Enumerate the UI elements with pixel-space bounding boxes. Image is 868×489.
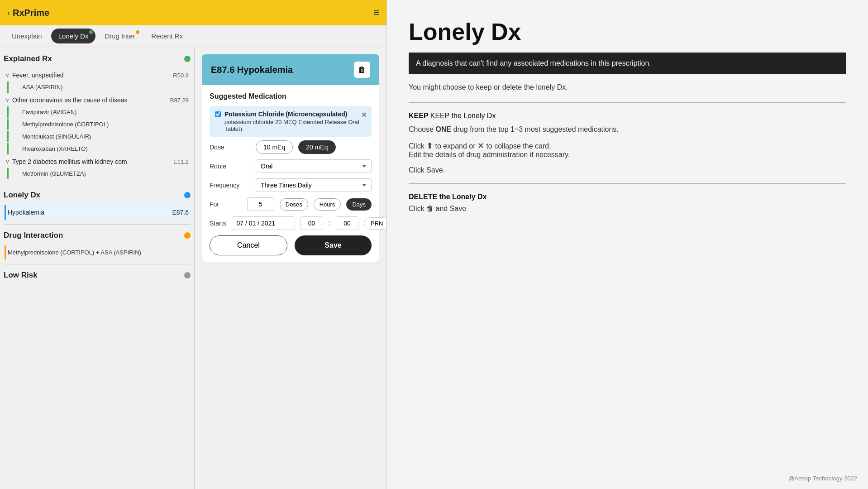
medication-details: Potassium Chloride (Microencapsulated) p…: [224, 110, 366, 132]
dose-label: Dose: [210, 144, 250, 151]
med-checkbox[interactable]: [215, 111, 221, 117]
drug-montelukast: Montelukast (SINGULAIR): [7, 131, 191, 142]
divider-2: [409, 183, 846, 184]
delete-dx-button[interactable]: 🗑: [354, 62, 370, 78]
starts-label: Starts: [210, 220, 226, 227]
lonely-dx-section-header: Lonely Dx: [4, 189, 191, 201]
title-bar: › RxPrime ≡: [0, 0, 386, 25]
explained-rx-dot: [184, 56, 191, 62]
suggested-title: Suggested Medication: [210, 92, 372, 101]
tab-recent-rx[interactable]: Recent Rx: [144, 29, 190, 43]
keep-step-1: Choose ONE drug from the top 1~3 most su…: [409, 125, 846, 134]
explained-rx-title: Explained Rx: [4, 54, 52, 63]
drug-metformin: Metformin (GLUMETZA): [7, 168, 191, 179]
dose-row: Dose 10 mEq 20 mEq: [210, 140, 372, 154]
time-separator: :: [329, 219, 330, 227]
keep-heading: KEEP KEEP the Lonely Dx: [409, 112, 846, 120]
diagnosis-coronavirus-name: Other coronavirus as the cause of diseas: [12, 96, 127, 104]
hypokalemia-name: Hypokalemia: [8, 209, 44, 216]
help-description: You might choose to keep or delete the l…: [409, 83, 846, 91]
keep-step-3: Click Save.: [409, 166, 846, 174]
med-close-icon[interactable]: ✕: [361, 110, 367, 119]
help-highlight: A diagnosis that can't find any associat…: [409, 53, 846, 74]
divider-1: [409, 102, 846, 103]
diagnosis-diabetes-name: Type 2 diabetes mellitus with kidney com: [12, 158, 127, 165]
drug-interaction-header: Drug Interaction: [4, 229, 191, 242]
sidebar: Explained Rx ∨ Fever, unspecified R50.9 …: [0, 47, 195, 489]
frequency-label: Frequency: [210, 182, 250, 189]
frequency-row: Frequency Three Times Daily: [210, 178, 372, 192]
diagnosis-diabetes-code: E11.2: [173, 158, 189, 165]
cancel-button[interactable]: Cancel: [210, 235, 287, 255]
chevron-down-icon-3: ∨: [5, 158, 10, 165]
title-bar-left: › RxPrime: [7, 8, 49, 18]
doses-button[interactable]: Doses: [280, 198, 308, 211]
diagnosis-fever[interactable]: ∨ Fever, unspecified R50.9: [4, 69, 191, 82]
explained-rx-header: Explained Rx: [4, 53, 191, 65]
keep-steps: Choose ONE drug from the top 1~3 most su…: [409, 125, 846, 174]
footer-credit: @Aesop Technology 2022: [788, 475, 857, 482]
diagnosis-fever-code: R50.9: [173, 72, 189, 79]
prn-button[interactable]: PRN: [364, 217, 386, 230]
low-risk-dot: [184, 272, 191, 278]
diagnosis-coronavirus[interactable]: ∨ Other coronavirus as the cause of dise…: [4, 94, 191, 106]
low-risk-header: Low Risk: [4, 269, 191, 282]
route-label: Route: [210, 163, 250, 170]
chevron-down-icon-2: ∨: [5, 97, 10, 103]
for-row: For Doses Hours Days: [210, 197, 372, 211]
chevron-down-icon: ∨: [5, 72, 10, 78]
hours-button[interactable]: Hours: [314, 198, 341, 211]
chevron-right-icon[interactable]: ›: [7, 8, 10, 18]
save-button[interactable]: Save: [295, 235, 372, 255]
help-title: Lonely Dx: [409, 18, 846, 45]
med-name: Potassium Chloride (Microencapsulated): [224, 110, 366, 118]
lonely-dx-dot: [184, 192, 191, 198]
card-actions: Cancel Save: [210, 235, 372, 255]
route-row: Route Oral: [210, 159, 372, 173]
med-detail: potassium chloride 20 MEQ Extended Relea…: [224, 119, 366, 132]
delete-heading: DELETE the Lonely Dx: [409, 193, 846, 201]
frequency-select[interactable]: Three Times Daily: [256, 178, 372, 192]
tab-drug-inter[interactable]: Drug Inter: [97, 29, 142, 43]
drug-asa: ASA (ASPIRIN): [7, 82, 191, 93]
menu-icon[interactable]: ≡: [373, 7, 379, 19]
dose-10meq-button[interactable]: 10 mEq: [256, 140, 293, 154]
drug-interaction-dot: [184, 232, 191, 239]
delete-text: Click 🗑 and Save: [409, 205, 846, 213]
days-button[interactable]: Days: [346, 198, 372, 211]
right-panel: Lonely Dx A diagnosis that can't find an…: [387, 0, 868, 489]
starts-row: Starts : PRN: [210, 216, 372, 230]
drug-rivaroxaban: Rivaroxaban (XARELTO): [7, 143, 191, 154]
dx-card-header: E87.6 Hypokalemia 🗑: [202, 54, 379, 85]
for-input[interactable]: [247, 197, 274, 211]
low-risk-title: Low Risk: [4, 271, 38, 280]
lonely-dx-section-title: Lonely Dx: [4, 191, 40, 200]
medication-option: Potassium Chloride (Microencapsulated) p…: [210, 106, 372, 137]
drug-inter-badge: [136, 30, 139, 34]
tab-unexplain[interactable]: Unexplain: [5, 29, 49, 43]
hypokalemia-code: E87.6: [172, 209, 189, 216]
drug-methylpred: Methylprednisolone (CORTIPOL): [7, 119, 191, 130]
for-label: For: [210, 201, 242, 208]
tab-lonely-dx[interactable]: Lonely Dx: [51, 29, 96, 43]
lonely-dx-hypokalemia[interactable]: Hypokalemia E87.6: [5, 205, 191, 220]
dx-card-title: E87.6 Hypokalemia: [211, 65, 293, 75]
nav-tabs: Unexplain Lonely Dx Drug Inter Recent Rx: [0, 25, 386, 47]
main-card-area: E87.6 Hypokalemia 🗑 Suggested Medication…: [195, 47, 386, 489]
starts-hour-input[interactable]: [300, 216, 323, 230]
starts-minute-input[interactable]: [336, 216, 358, 230]
dose-20meq-button[interactable]: 20 mEq: [298, 140, 335, 154]
content-area: Explained Rx ∨ Fever, unspecified R50.9 …: [0, 47, 386, 489]
diagnosis-fever-name: Fever, unspecified: [12, 72, 64, 79]
route-select[interactable]: Oral: [256, 159, 372, 173]
app-title: RxPrime: [13, 8, 49, 18]
drug-interaction-title: Drug Interaction: [4, 231, 63, 240]
keep-step-2: Click ⬆ to expand or ✕ to collapse the c…: [409, 141, 846, 159]
left-panel: › RxPrime ≡ Unexplain Lonely Dx Drug Int…: [0, 0, 387, 489]
diagnosis-coronavirus-code: B97.29: [170, 97, 189, 104]
suggested-section: Suggested Medication Potassium Chloride …: [202, 85, 379, 263]
starts-date-input[interactable]: [232, 216, 295, 230]
drug-interaction-item: Methylprednisolone (CORTIPOL) + ASA (ASP…: [5, 245, 191, 259]
diagnosis-diabetes[interactable]: ∨ Type 2 diabetes mellitus with kidney c…: [4, 155, 191, 168]
lonely-dx-badge: [89, 30, 93, 34]
